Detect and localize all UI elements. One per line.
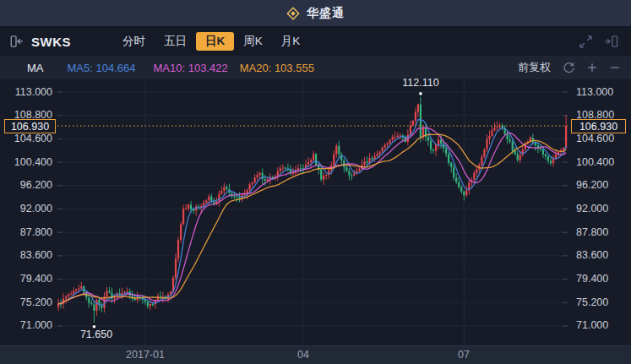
price-tick-label: 79.400 <box>0 273 52 285</box>
ma20-label: MA20: <box>240 62 272 74</box>
chart-toolbar: SWKS 分时 五日 日K 周K 月K <box>0 27 631 56</box>
price-tick-label: 92.000 <box>576 203 628 215</box>
price-tick-label: 79.400 <box>576 273 628 285</box>
indicator-bar: MA MA5: 104.664 MA10: 103.422 MA20: 103.… <box>0 56 631 79</box>
trading-app-window: 华盛通 SWKS 分时 五日 日K 周K 月K <box>0 0 631 364</box>
candlestick-chart[interactable] <box>0 79 631 345</box>
ma5-label: MA5: <box>68 62 93 74</box>
price-tick-label: 96.200 <box>576 179 628 192</box>
tab-weekly-k[interactable]: 周K <box>234 32 272 51</box>
tab-monthly-k[interactable]: 月K <box>272 32 310 51</box>
x-axis-label: 07 <box>458 349 470 361</box>
price-tick-label: 87.800 <box>576 226 628 239</box>
price-tick-label: 113.000 <box>576 86 628 99</box>
ma5-readout: MA5: 104.664 <box>68 62 136 74</box>
price-tick-label: 92.000 <box>0 203 52 215</box>
tab-minute[interactable]: 分时 <box>113 32 155 51</box>
x-axis-label: 04 <box>297 349 309 361</box>
low-annotation: 71.650 <box>80 329 112 340</box>
price-tick-label: 104.600 <box>0 133 52 145</box>
price-tick-label: 100.400 <box>576 156 628 169</box>
price-tick-label: 96.200 <box>0 179 52 192</box>
dock-right-icon[interactable] <box>604 34 619 49</box>
price-tick-label: 104.600 <box>576 133 628 145</box>
price-tick-label: 87.800 <box>0 226 52 239</box>
fullscreen-icon[interactable] <box>579 34 593 49</box>
price-tick-label: 71.000 <box>0 319 52 332</box>
price-tick-label: 75.200 <box>0 296 52 309</box>
tab-five-day[interactable]: 五日 <box>155 32 196 51</box>
brand-diamond-icon <box>286 7 300 20</box>
ma10-label: MA10: <box>153 62 185 74</box>
ma5-value: 104.664 <box>95 62 135 74</box>
indicator-group-label: MA <box>27 62 44 74</box>
ma10-value: 103.422 <box>188 62 228 74</box>
app-title: 华盛通 <box>307 6 345 21</box>
zoom-out-icon[interactable] <box>609 62 621 73</box>
refresh-icon[interactable] <box>563 62 575 74</box>
tab-daily-k[interactable]: 日K <box>196 32 234 51</box>
price-adjust-mode-button[interactable]: 前复权 <box>518 60 551 75</box>
zoom-in-icon[interactable] <box>586 62 598 73</box>
high-annotation: 112.110 <box>402 77 438 89</box>
current-price-badge-right: 106.930 <box>571 119 626 133</box>
ma20-readout: MA20: 103.555 <box>240 62 314 74</box>
price-tick-label: 71.000 <box>576 319 628 332</box>
ma10-readout: MA10: 103.422 <box>153 62 227 74</box>
price-tick-label: 83.600 <box>0 249 52 262</box>
ma20-value: 103.555 <box>275 62 314 74</box>
price-tick-label: 113.000 <box>0 86 52 99</box>
title-bar: 华盛通 <box>0 0 631 27</box>
price-tick-label: 75.200 <box>576 296 628 309</box>
current-price-badge-left: 106.930 <box>4 119 56 133</box>
stock-symbol: SWKS <box>31 35 71 49</box>
price-tick-label: 83.600 <box>576 249 628 262</box>
chart-area: 112.110 71.650 106.930 106.930 113.00011… <box>0 79 631 345</box>
collapse-left-icon[interactable] <box>8 34 24 49</box>
period-tabs: 分时 五日 日K 周K 月K <box>113 32 309 51</box>
x-axis-bar: 2017-010407 <box>0 345 631 364</box>
price-tick-label: 100.400 <box>0 156 52 169</box>
x-axis-label: 2017-01 <box>126 349 165 361</box>
